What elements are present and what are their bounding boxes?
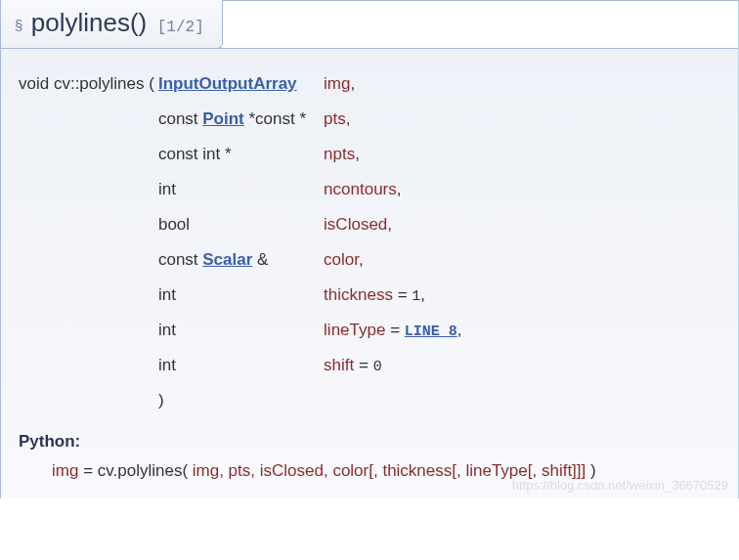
param-row: int shift = 0 (19, 348, 468, 383)
close-paren: ) (158, 383, 324, 418)
type-link[interactable]: Scalar (202, 250, 252, 269)
param-name-cell: isClosed, (324, 207, 467, 242)
param-name-cell: color, (324, 242, 467, 278)
param-name-cell: ncontours, (324, 172, 467, 207)
param-name: thickness (324, 285, 393, 304)
param-name: pts (324, 109, 346, 128)
param-name: lineType (324, 321, 385, 339)
param-type: int (158, 278, 324, 313)
permalink-icon[interactable]: § (15, 17, 22, 33)
param-row: bool isClosed, (19, 207, 468, 242)
param-name: ncontours (324, 180, 397, 198)
close-paren-row: ) (19, 383, 468, 418)
python-signature: img = cv.polylines( img, pts, isClosed, … (19, 461, 738, 481)
param-type: InputOutputArray (158, 66, 324, 102)
param-type: const Scalar & (158, 242, 324, 278)
cpp-signature-table: void cv::polylines ( InputOutputArray im… (19, 66, 468, 418)
signature-prefix: void cv::polylines ( (19, 66, 158, 102)
default-value-link[interactable]: LINE_8 (405, 323, 457, 340)
param-name: color (324, 250, 359, 269)
param-type: const Point *const * (158, 102, 324, 137)
function-doc-block: § polylines() [1/2] void cv::polylines (… (0, 0, 739, 498)
param-name: npts (324, 145, 355, 163)
param-name-cell: pts, (324, 102, 467, 137)
param-row: void cv::polylines ( InputOutputArray im… (19, 66, 468, 102)
default-value: 0 (373, 359, 382, 375)
param-row: const Scalar & color, (19, 242, 468, 278)
function-name: polylines() (31, 8, 148, 37)
doc-body: void cv::polylines ( InputOutputArray im… (1, 48, 738, 498)
param-name-cell: lineType = LINE_8, (324, 313, 467, 348)
param-type: int (158, 313, 324, 348)
param-name: isClosed (324, 215, 387, 234)
param-name-cell: thickness = 1, (324, 278, 467, 313)
param-name-cell: shift = 0 (324, 348, 467, 383)
param-row: const Point *const * pts, (19, 102, 468, 137)
type-link[interactable]: Point (202, 109, 244, 128)
param-row: int ncontours, (19, 172, 468, 207)
overload-counter: [1/2] (157, 19, 204, 36)
param-name: img (324, 74, 350, 93)
type-link[interactable]: InputOutputArray (158, 74, 297, 93)
python-heading: Python: (19, 432, 738, 452)
param-type: int (158, 172, 324, 207)
python-return: img (52, 461, 78, 480)
param-name-cell: img, (324, 66, 467, 102)
default-value: 1 (412, 288, 420, 305)
param-name: shift (324, 356, 354, 374)
param-type: const int * (158, 137, 324, 172)
param-row: int lineType = LINE_8, (19, 313, 468, 348)
param-row: const int * npts, (19, 137, 468, 172)
member-tab: § polylines() [1/2] (1, 0, 223, 49)
param-name-cell: npts, (324, 137, 467, 172)
param-type: bool (158, 207, 324, 242)
python-args: img, pts, isClosed, color[, thickness[, … (188, 461, 586, 480)
param-row: int thickness = 1, (19, 278, 468, 313)
param-type: int (158, 348, 324, 383)
